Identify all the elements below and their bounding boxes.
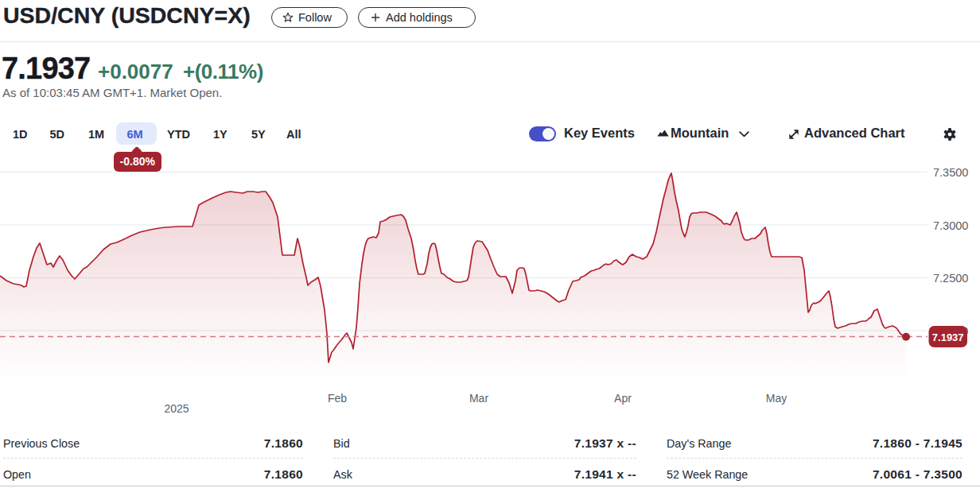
svg-text:7.3000: 7.3000 <box>933 219 968 232</box>
svg-text:7.1937: 7.1937 <box>932 331 964 343</box>
svg-text:7.2500: 7.2500 <box>933 272 968 285</box>
svg-text:7.3500: 7.3500 <box>933 166 968 179</box>
